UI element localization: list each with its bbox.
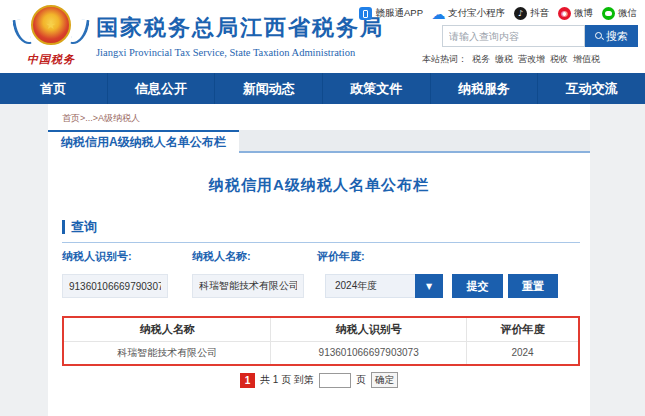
page-body: 首页>...>A级纳税人 纳税信用A级纳税人名单公布栏 纳税信用A级纳税人名单公… [0, 104, 645, 416]
tax-emblem: ★ [12, 5, 90, 49]
chevron-down-icon: ▼ [415, 274, 443, 298]
quick-link-label: 微信 [618, 7, 637, 20]
hot-words: 本站热词： 税务 缴税 营改增 税收 增值税 [422, 53, 600, 66]
breadcrumb[interactable]: 首页>...>A级纳税人 [62, 112, 140, 125]
pagination-total-text: 共 1 页 到第 [260, 373, 314, 387]
search-input[interactable] [442, 25, 585, 47]
hot-words-label: 本站热词： [422, 53, 467, 66]
tab-strip-filler [239, 130, 590, 153]
quick-link-label: 微博 [574, 7, 593, 20]
page: ★ 中国税务 国家税务总局江西省税务局 Jiangxi Provincial T… [0, 0, 645, 416]
query-section-header: 查询 [62, 218, 97, 236]
table-row: 科瑞智能技术有限公司 913601066697903073 2024 [63, 341, 579, 365]
evaluation-year-label: 评价年度: [317, 249, 365, 264]
tab-a-level-taxpayers[interactable]: 纳税信用A级纳税人名单公布栏 [48, 130, 239, 153]
pagination-page-suffix: 页 [356, 373, 366, 387]
national-emblem-icon: ★ [31, 5, 71, 45]
taxpayer-id-input[interactable] [62, 274, 168, 298]
site-branding: 国家税务总局江西省税务局 Jiangxi Provincial Tax Serv… [96, 13, 384, 58]
nav-item-info-disclosure[interactable]: 信息公开 [108, 73, 216, 104]
submit-button[interactable]: 提交 [452, 274, 503, 298]
main-nav: 首页 信息公开 新闻动态 政策文件 纳税服务 互动交流 [0, 73, 645, 104]
quick-link-alipay[interactable]: ☁ 支付宝小程序 [432, 7, 505, 20]
nav-item-home[interactable]: 首页 [0, 73, 108, 104]
emblem-wing-left-icon [12, 18, 31, 46]
site-subtitle: Jiangxi Provincial Tax Service, State Ta… [96, 47, 384, 58]
phone-app-icon [359, 7, 372, 20]
evaluation-year-select[interactable]: 2024年度 ▼ [325, 274, 443, 298]
taxpayer-name-input[interactable] [192, 274, 304, 298]
quick-link-label: 支付宝小程序 [448, 7, 505, 20]
search-button[interactable]: 搜索 [585, 25, 638, 47]
table-header-row: 纳税人名称 纳税人识别号 评价年度 [63, 317, 579, 341]
hot-word[interactable]: 税务 [472, 53, 490, 66]
taxpayer-id-label: 纳税人识别号: [62, 249, 132, 264]
query-section-divider [62, 242, 580, 243]
confirm-button[interactable]: 确定 [371, 372, 398, 388]
cell-taxpayer-name: 科瑞智能技术有限公司 [63, 341, 271, 365]
search-icon [595, 32, 603, 40]
reset-button[interactable]: 重置 [508, 274, 558, 298]
site-logo: ★ 中国税务 [12, 5, 90, 67]
quick-link-label: 抖音 [530, 7, 549, 20]
quick-link-weibo[interactable]: ◉ 微博 [558, 7, 593, 20]
page-number-current[interactable]: 1 [240, 373, 255, 388]
quick-links: 赣服通APP ☁ 支付宝小程序 ♪ 抖音 ◉ 微博 微信 [359, 7, 637, 20]
header-taxpayer-id: 纳税人识别号 [271, 317, 467, 341]
nav-item-news[interactable]: 新闻动态 [215, 73, 323, 104]
query-section-title: 查询 [71, 218, 97, 236]
douyin-icon: ♪ [514, 7, 527, 20]
site-search: 搜索 [442, 25, 638, 47]
page-title: 纳税信用A级纳税人名单公布栏 [48, 176, 590, 195]
site-header: ★ 中国税务 国家税务总局江西省税务局 Jiangxi Provincial T… [0, 0, 645, 73]
header-evaluation-year: 评价年度 [467, 317, 579, 341]
cloud-icon: ☁ [432, 7, 445, 20]
wechat-icon [602, 7, 615, 20]
site-title: 国家税务总局江西省税务局 [96, 13, 384, 43]
results-table: 纳税人名称 纳税人识别号 评价年度 科瑞智能技术有限公司 91360106669… [62, 316, 580, 366]
weibo-icon: ◉ [558, 7, 571, 20]
hot-word[interactable]: 税收 [550, 53, 568, 66]
quick-link-label: 赣服通APP [375, 7, 423, 20]
search-button-label: 搜索 [606, 29, 628, 44]
tab-strip: 纳税信用A级纳税人名单公布栏 [48, 130, 590, 153]
nav-item-policy[interactable]: 政策文件 [323, 73, 431, 104]
header-taxpayer-name: 纳税人名称 [63, 317, 271, 341]
hot-word[interactable]: 增值税 [573, 53, 600, 66]
emblem-wing-right-icon [70, 18, 89, 46]
logo-caption: 中国税务 [12, 52, 90, 67]
taxpayer-name-label: 纳税人名称: [192, 249, 251, 264]
nav-item-tax-service[interactable]: 纳税服务 [431, 73, 539, 104]
cell-evaluation-year: 2024 [467, 341, 579, 365]
quick-link-wechat[interactable]: 微信 [602, 7, 637, 20]
content-card: 首页>...>A级纳税人 纳税信用A级纳税人名单公布栏 纳税信用A级纳税人名单公… [48, 104, 590, 416]
quick-link-douyin[interactable]: ♪ 抖音 [514, 7, 549, 20]
cell-taxpayer-id: 913601066697903073 [271, 341, 467, 365]
evaluation-year-value: 2024年度 [325, 274, 415, 298]
hot-word[interactable]: 营改增 [518, 53, 545, 66]
goto-page-input[interactable] [319, 373, 351, 388]
nav-item-interaction[interactable]: 互动交流 [538, 73, 645, 104]
pagination: 1 共 1 页 到第 页 确定 [48, 372, 590, 388]
section-marker [62, 220, 65, 234]
quick-link-app[interactable]: 赣服通APP [359, 7, 423, 20]
hot-word[interactable]: 缴税 [495, 53, 513, 66]
